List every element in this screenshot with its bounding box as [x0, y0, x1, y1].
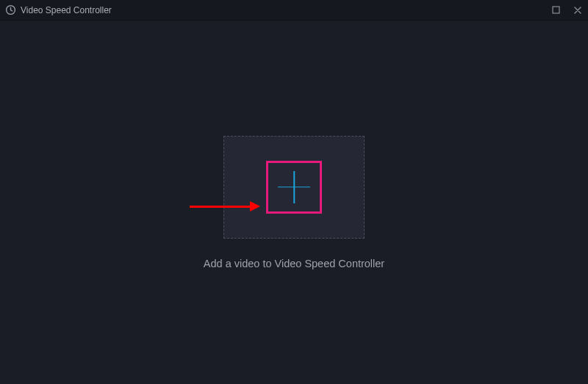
plus-icon	[276, 170, 312, 205]
app-icon	[4, 4, 16, 16]
dropzone-caption: Add a video to Video Speed Controller	[204, 258, 384, 269]
add-button-highlight	[266, 161, 322, 214]
titlebar: Video Speed Controller	[0, 0, 588, 21]
maximize-button[interactable]	[550, 4, 562, 16]
close-icon	[573, 6, 582, 15]
maximize-icon	[552, 6, 560, 14]
app-title: Video Speed Controller	[21, 5, 550, 15]
svg-rect-1	[553, 7, 559, 13]
window-controls	[550, 4, 584, 16]
video-dropzone[interactable]	[223, 136, 365, 239]
main-content: Add a video to Video Speed Controller	[0, 21, 588, 384]
close-button[interactable]	[572, 4, 584, 16]
